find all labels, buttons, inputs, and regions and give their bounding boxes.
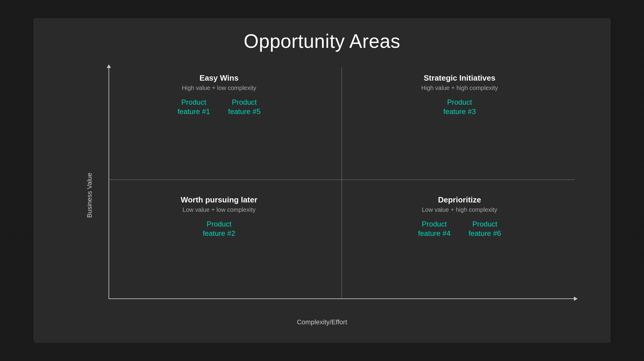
deprioritize-subtitle: Low value + high complexity — [348, 206, 572, 213]
strategic-title: Strategic Initiatives — [348, 73, 572, 83]
feature-3: Productfeature #3 — [443, 97, 476, 116]
y-axis-label: Business Value — [86, 173, 94, 218]
quadrant-worth-later: Worth pursuing later Low value + low com… — [115, 189, 324, 238]
y-axis — [109, 67, 109, 299]
quadrant-easy-wins: Easy Wins High value + low complexity Pr… — [115, 73, 324, 116]
strategic-features: Productfeature #3 — [348, 97, 572, 116]
x-axis-label: Complexity/Effort — [297, 318, 347, 326]
worth-later-subtitle: Low value + low complexity — [115, 206, 324, 213]
slide: Opportunity Areas Business Value Easy Wi… — [33, 18, 611, 343]
easy-wins-title: Easy Wins — [115, 73, 324, 83]
feature-2: Productfeature #2 — [203, 219, 235, 238]
worth-later-title: Worth pursuing later — [115, 195, 324, 205]
easy-wins-subtitle: High value + low complexity — [115, 85, 324, 91]
feature-6: Productfeature #6 — [469, 219, 501, 238]
chart-area: Business Value Easy Wins High value + lo… — [66, 64, 578, 326]
slide-title: Opportunity Areas — [244, 30, 400, 52]
feature-4: Productfeature #4 — [418, 219, 450, 238]
feature-5: Productfeature #5 — [228, 97, 261, 116]
deprioritize-title: Deprioritize — [348, 195, 572, 205]
feature-1: Productfeature #1 — [177, 97, 210, 116]
deprioritize-features: Productfeature #4 Productfeature #6 — [348, 219, 572, 238]
quadrant-deprioritize: Deprioritize Low value + high complexity… — [348, 189, 572, 238]
plot: Easy Wins High value + low complexity Pr… — [90, 67, 575, 311]
vertical-divider — [342, 67, 342, 299]
quadrant-strategic: Strategic Initiatives High value + high … — [348, 73, 572, 116]
strategic-subtitle: High value + high complexity — [348, 85, 572, 91]
worth-later-features: Productfeature #2 — [115, 219, 324, 238]
easy-wins-features: Productfeature #1 Productfeature #5 — [115, 97, 324, 116]
